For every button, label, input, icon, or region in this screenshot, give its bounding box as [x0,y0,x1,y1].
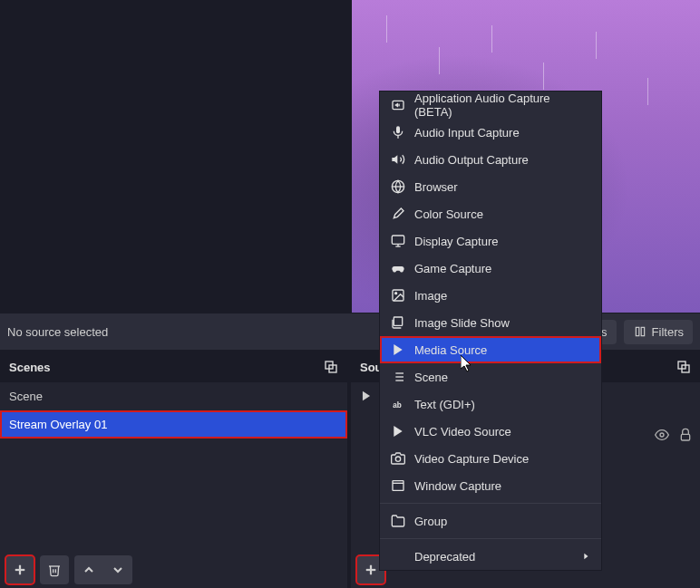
play-icon [391,342,405,357]
menu-item-label: Image [414,289,447,303]
preview-empty [0,0,352,313]
svg-rect-1 [636,327,639,335]
svg-rect-19 [392,236,403,244]
menu-item-label: Scene [414,371,448,384]
scene-item[interactable]: Scene [0,382,347,410]
scenes-header: Scenes [0,352,347,382]
menu-item-label: Browser [414,180,458,194]
menu-item-label: Game Capture [414,262,491,275]
menu-item-scene[interactable]: Scene [380,363,601,390]
menu-item-label: Text (GDI+) [414,398,475,411]
app-audio-icon [391,98,405,112]
scenes-actions [0,552,347,588]
menu-item-color-source[interactable]: Color Source [380,200,601,227]
menu-item-label: Deprecated [414,550,475,564]
folder-icon [391,514,405,528]
svg-marker-25 [394,344,402,355]
filters-label: Filters [652,325,684,339]
svg-point-10 [660,433,664,437]
filters-button[interactable]: Filters [624,320,693,344]
menu-item-label: Application Audio Capture (BETA) [414,92,590,119]
svg-rect-2 [641,327,645,335]
scenes-list: Scene Stream Overlay 01 [0,382,347,552]
svg-point-23 [395,293,397,294]
delete-scene-button[interactable] [40,555,69,584]
globe-icon [391,179,405,194]
play-icon [360,390,374,402]
lock-icon[interactable] [678,428,693,442]
dock-icon[interactable] [676,360,691,374]
menu-divider [380,538,601,539]
menu-item-display-capture[interactable]: Display Capture [380,227,601,255]
menu-item-game-capture[interactable]: Game Capture [380,255,601,282]
menu-item-window-capture[interactable]: Window Capture [380,472,601,499]
svg-marker-16 [392,155,397,163]
scene-item-label: Stream Overlay 01 [9,418,107,431]
menu-item-text-gdi-[interactable]: abText (GDI+) [380,390,601,418]
filter-icon [633,325,647,338]
menu-divider [380,503,601,504]
menu-item-label: Audio Output Capture [414,153,529,167]
camera-icon [391,451,405,466]
menu-item-audio-output-capture[interactable]: Audio Output Capture [380,146,601,173]
scene-item[interactable]: Stream Overlay 01 [0,410,347,439]
add-source-menu: Application Audio Capture (BETA)Audio In… [379,91,602,571]
svg-rect-11 [681,434,689,440]
svg-rect-24 [394,317,402,325]
list-icon [391,370,405,384]
text-icon: ab [391,398,405,410]
monitor-icon [391,234,405,248]
svg-marker-9 [363,391,370,401]
source-visibility [655,428,693,442]
menu-item-label: Color Source [414,207,483,221]
menu-item-browser[interactable]: Browser [380,173,601,200]
menu-item-image[interactable]: Image [380,282,601,309]
menu-item-label: Display Capture [414,235,499,248]
menu-item-image-slide-show[interactable]: Image Slide Show [380,309,601,336]
svg-rect-35 [393,481,403,491]
eye-icon[interactable] [655,428,669,442]
menu-item-group[interactable]: Group [380,507,601,535]
menu-item-vlc-video-source[interactable]: VLC Video Source [380,418,601,445]
scenes-title: Scenes [9,361,51,374]
menu-item-video-capture-device[interactable]: Video Capture Device [380,445,601,472]
move-scene-up-button[interactable] [74,555,103,584]
scene-item-label: Scene [9,390,43,403]
menu-item-audio-input-capture[interactable]: Audio Input Capture [380,119,601,146]
menu-item-label: Audio Input Capture [414,126,520,140]
svg-point-34 [395,457,400,461]
chevron-right-icon [581,552,590,561]
menu-item-label: Image Slide Show [414,316,510,330]
menu-item-media-source[interactable]: Media Source [380,336,601,363]
add-scene-button[interactable] [5,555,34,584]
image-icon [391,288,405,303]
dock-icon[interactable] [324,360,338,374]
window-icon [391,478,405,493]
svg-text:ab: ab [393,401,402,410]
brush-icon [391,207,405,221]
svg-marker-37 [584,554,588,560]
move-scene-down-button[interactable] [103,555,132,584]
vlc-icon [391,424,405,439]
menu-item-label: Group [414,515,447,528]
slides-icon [391,315,405,330]
menu-item-application-audio-capture-beta-[interactable]: Application Audio Capture (BETA) [380,92,601,119]
speaker-icon [391,152,405,167]
scenes-panel: Scenes Scene Stream Overlay 01 [0,352,347,588]
menu-item-label: VLC Video Source [414,425,511,439]
mic-icon [391,125,405,140]
menu-item-label: Video Capture Device [414,452,529,466]
gamepad-icon [391,261,405,275]
menu-item-label: Media Source [414,343,487,357]
svg-marker-33 [394,426,402,437]
menu-item-label: Window Capture [414,479,501,493]
menu-item-deprecated[interactable]: Deprecated [380,543,601,570]
